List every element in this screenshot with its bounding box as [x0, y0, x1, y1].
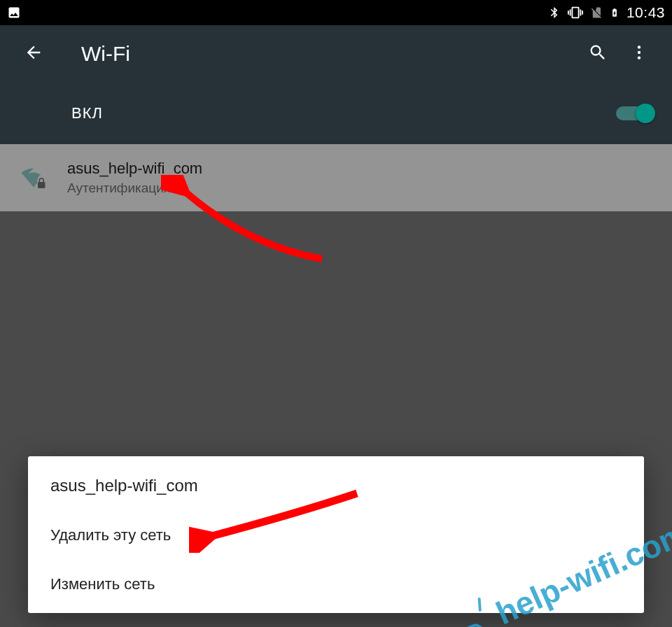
svg-point-2: [638, 56, 640, 59]
wifi-toggle-switch[interactable]: [616, 106, 652, 120]
back-button[interactable]: [13, 37, 55, 71]
dialog-modify-network[interactable]: Изменить сеть: [28, 560, 644, 609]
svg-point-1: [638, 51, 640, 54]
clock-text: 10:43: [626, 4, 665, 21]
page-title: Wi-Fi: [81, 42, 577, 66]
dialog-delete-network[interactable]: Удалить эту сеть: [28, 511, 644, 560]
wifi-toggle-row: ВКЛ: [0, 83, 672, 144]
svg-point-0: [638, 45, 640, 48]
dialog-title: asus_help-wifi_com: [28, 456, 644, 511]
search-button[interactable]: [577, 37, 619, 71]
vibrate-icon: [568, 5, 583, 20]
picture-icon: [7, 6, 21, 20]
overflow-menu-button[interactable]: [619, 38, 659, 70]
battery-charging-icon: [610, 5, 620, 20]
network-context-dialog: asus_help-wifi_com Удалить эту сеть Изме…: [28, 456, 644, 613]
wifi-toggle-label: ВКЛ: [71, 104, 616, 122]
status-bar: 10:43: [0, 0, 672, 25]
app-bar: Wi-Fi: [0, 25, 672, 83]
bluetooth-icon: [548, 6, 561, 19]
no-sim-icon: [590, 6, 603, 19]
